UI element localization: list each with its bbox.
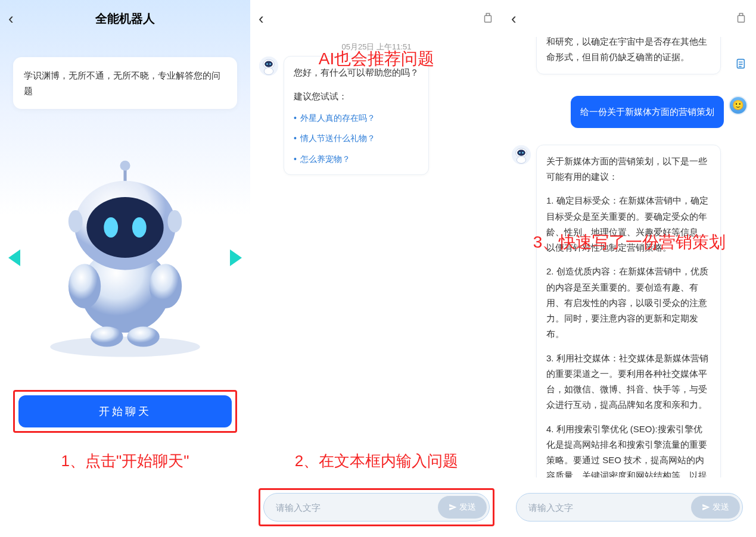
annotation-ai-suggest: AI也会推荐问题: [319, 48, 434, 70]
input-zone: 发送: [259, 488, 494, 526]
annotation-step-3: 3、快速写了一份营销策划: [533, 231, 726, 254]
suggestion-item[interactable]: 怎么养宠物？: [294, 152, 419, 167]
svg-point-25: [517, 149, 525, 155]
input-highlight: 发送: [259, 488, 494, 526]
intro-screen: ‹ 全能机器人 学识渊博，无所不通，无所不晓，专业解答您的问题: [0, 0, 250, 537]
svg-rect-21: [738, 15, 745, 22]
prev-arrow-icon[interactable]: [8, 249, 20, 266]
start-chat-button[interactable]: 开始聊天: [18, 395, 232, 427]
svg-point-8: [104, 217, 118, 238]
bot-message-row: 您好，有什么可以帮助您的吗？ 建议您试试： 外星人真的存在吗？ 情人节送什么礼物…: [250, 52, 503, 179]
svg-point-0: [50, 337, 200, 357]
suggestion-title: 建议您试试：: [294, 89, 419, 104]
annotation-step-2: 2、在文本框内输入问题: [250, 451, 503, 472]
svg-point-5: [127, 327, 159, 347]
svg-point-26: [519, 152, 521, 154]
input-bar: 发送: [263, 493, 490, 522]
send-label: 发送: [713, 502, 729, 513]
svg-rect-14: [485, 15, 491, 22]
next-arrow-icon[interactable]: [230, 249, 242, 266]
message-input[interactable]: [528, 502, 691, 513]
user-message-row: 给一份关于新媒体方面的营销策划: [503, 92, 756, 132]
send-button[interactable]: 发送: [691, 496, 740, 519]
svg-point-13: [120, 161, 130, 171]
suggestion-item[interactable]: 外星人真的存在吗？: [294, 111, 419, 126]
robot-illustration-area: [0, 151, 250, 365]
send-label: 发送: [459, 502, 476, 513]
chat-reply-screen: ‹ 和研究，以确定在宇宙中是否存在其他生命形式，但目前仍缺乏确凿的证据。 给一份…: [503, 0, 756, 537]
intro-card: 学识渊博，无所不通，无所不晓，专业解答您的问题: [13, 57, 237, 109]
user-avatar-icon: [729, 96, 748, 115]
annotation-step-1: 1、点击"开始聊天": [0, 451, 250, 472]
svg-point-10: [69, 210, 83, 232]
header: ‹ 全能机器人: [0, 0, 250, 37]
reply-point: 2. 创造优质内容：在新媒体营销中，优质的内容是至关重要的。要创造有趣、有用、有…: [546, 264, 711, 342]
bot-avatar-icon: [511, 145, 531, 165]
svg-point-20: [264, 68, 273, 75]
intro-text: 学识渊博，无所不通，无所不晓，专业解答您的问题: [24, 70, 220, 96]
header: ‹: [503, 0, 756, 37]
svg-point-27: [522, 152, 524, 154]
svg-point-4: [91, 327, 123, 347]
bot-avatar-icon: [259, 56, 279, 76]
send-icon: [449, 503, 457, 511]
reply-point: 3. 利用社交媒体：社交媒体是新媒体营销的重要渠道之一。要利用各种社交媒体平台，…: [546, 351, 711, 413]
user-message-text: 给一份关于新媒体方面的营销策划: [580, 107, 714, 117]
svg-point-9: [132, 217, 147, 238]
page-title: 全能机器人: [95, 11, 155, 27]
send-button[interactable]: 发送: [438, 496, 487, 519]
input-container: 发送: [511, 488, 748, 526]
report-icon[interactable]: [735, 11, 748, 26]
header: ‹: [250, 0, 503, 37]
svg-point-17: [265, 61, 273, 67]
message-input[interactable]: [276, 502, 438, 513]
bot-message-row: 和研究，以确定在宇宙中是否存在其他生命形式，但目前仍缺乏确凿的证据。: [503, 37, 756, 78]
start-button-highlight: 开始聊天: [13, 390, 237, 433]
user-message-bubble: 给一份关于新媒体方面的营销策划: [571, 96, 724, 128]
robot-illustration: [24, 157, 226, 359]
copy-icon[interactable]: [733, 57, 746, 73]
input-zone: 发送: [511, 488, 748, 526]
svg-point-3: [150, 264, 182, 308]
bot-long-reply-bubble: 关于新媒体方面的营销策划，以下是一些可能有用的建议： 1. 确定目标受众：在新媒…: [536, 145, 721, 477]
back-icon[interactable]: ‹: [8, 10, 14, 28]
bot-message-row: 关于新媒体方面的营销策划，以下是一些可能有用的建议： 1. 确定目标受众：在新媒…: [503, 141, 756, 477]
svg-point-7: [86, 197, 163, 258]
svg-point-28: [517, 156, 525, 163]
chat-body: 和研究，以确定在宇宙中是否存在其他生命形式，但目前仍缺乏确凿的证据。 给一份关于…: [503, 37, 756, 477]
svg-point-18: [266, 63, 268, 65]
bot-prev-reply-tail: 和研究，以确定在宇宙中是否存在其他生命形式，但目前仍缺乏确凿的证据。: [536, 37, 721, 74]
back-icon[interactable]: ‹: [511, 10, 517, 28]
chat-initial-screen: ‹ 05月25日 上午11:51 AI也会推荐问题 您好，有什么可以帮助您的吗？…: [250, 0, 503, 537]
svg-point-11: [167, 210, 182, 232]
prev-reply-text: 和研究，以确定在宇宙中是否存在其他生命形式，但目前仍缺乏确凿的证据。: [546, 37, 707, 62]
reply-point: 4. 利用搜索引擎优化 (SEO):搜索引擎优化是提高网站排名和搜索引擎流量的重…: [546, 422, 711, 478]
svg-point-19: [269, 63, 271, 65]
report-icon[interactable]: [481, 11, 494, 26]
send-icon: [702, 503, 710, 511]
back-icon[interactable]: ‹: [259, 10, 264, 28]
input-bar: 发送: [516, 493, 743, 522]
suggestion-item[interactable]: 情人节送什么礼物？: [294, 131, 419, 146]
svg-point-2: [69, 264, 101, 308]
bot-greeting-bubble: 您好，有什么可以帮助您的吗？ 建议您试试： 外星人真的存在吗？ 情人节送什么礼物…: [284, 56, 429, 175]
reply-intro: 关于新媒体方面的营销策划，以下是一些可能有用的建议：: [546, 154, 711, 185]
